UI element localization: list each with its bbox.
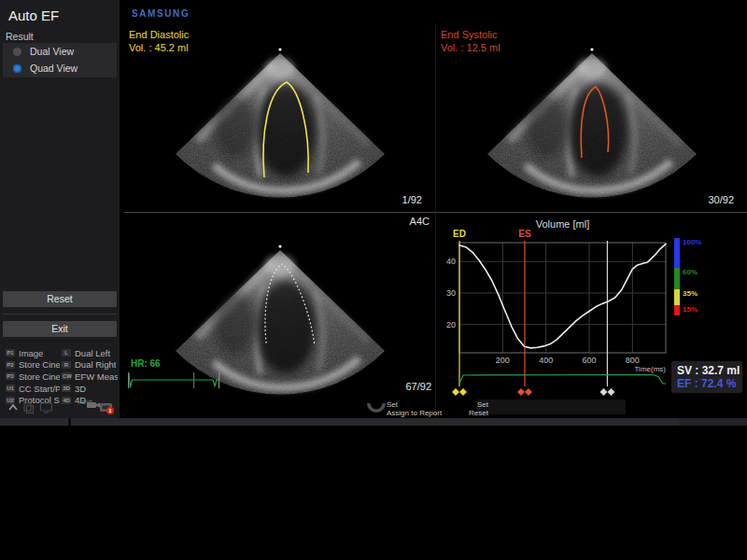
fkey-label: Store Cine: [19, 359, 60, 370]
fkey-badge: U1: [6, 385, 15, 392]
svg-text:600: 600: [582, 356, 596, 365]
hint-line: Reset: [469, 409, 488, 417]
svg-text:ED: ED: [453, 229, 466, 239]
copy-pages-icon[interactable]: [22, 401, 35, 414]
svg-text:100%: 100%: [683, 238, 701, 246]
sidebar-toolbar: ADVR 1: [6, 401, 114, 416]
fkey-label: EFW Measure: [75, 371, 118, 382]
hint-line: Set: [387, 400, 442, 409]
fkey-p2[interactable]: P2Store Cine: [6, 359, 60, 371]
exit-button[interactable]: Exit: [3, 321, 117, 337]
results-box: SV : 32.7 ml EF : 72.4 %: [671, 361, 742, 393]
bottom-scrollbar[interactable]: [0, 418, 747, 426]
fkey-label: CC Start/Pause: [19, 384, 60, 394]
radio-dual-view[interactable]: Dual View: [3, 43, 117, 60]
monitor-icon[interactable]: [39, 401, 53, 414]
auto-ef-screen: Auto EF Result Dual View Quad View Reset…: [0, 0, 747, 560]
radio-icon-dual-view[interactable]: [13, 48, 21, 56]
view-label-a4c: A4C: [410, 216, 430, 227]
svg-text:20: 20: [446, 320, 456, 329]
page-title: Auto EF: [8, 7, 59, 23]
end-systolic-volume: Vol. : 12.5 ml: [441, 41, 500, 54]
set-assign-hint: Set Assign to Report: [387, 400, 442, 417]
reset-button[interactable]: Reset: [3, 291, 117, 307]
samsung-logo: SAMSUNG: [132, 8, 190, 19]
end-systolic-label: End Systolic Vol. : 12.5 ml: [441, 28, 500, 54]
svg-text:Time(ms): Time(ms): [635, 365, 667, 373]
function-key-map: P1Image P2Store Cine P3Store Cine U1CC S…: [6, 347, 118, 406]
sidebar: Auto EF Result Dual View Quad View Reset…: [0, 0, 120, 418]
fkey-r[interactable]: RDual Right: [62, 359, 118, 371]
end-diastolic-volume: Vol. : 45.2 ml: [129, 41, 189, 54]
fkey-label: Image: [19, 348, 43, 358]
fkey-u1[interactable]: U1CC Start/Pause: [6, 383, 60, 395]
radio-label-dual-view: Dual View: [30, 46, 74, 57]
scrollbar-tail: [679, 418, 747, 426]
trackball-hints: Set Reset Set Assign to Report: [124, 397, 747, 418]
svg-text:30: 30: [446, 288, 456, 298]
fkey-badge: P3: [6, 372, 15, 380]
svg-text:400: 400: [539, 356, 553, 365]
svg-text:15%: 15%: [683, 305, 698, 314]
fkey-l[interactable]: LDual Left: [62, 347, 118, 359]
record-count-badge: 1: [106, 407, 114, 414]
scrollbar-notch: [68, 418, 71, 426]
hint-line: Set: [469, 400, 488, 409]
trackball-icon: [366, 401, 387, 413]
svg-text:800: 800: [626, 356, 640, 365]
main-display: SAMSUNG End Diastolic Vol. : 45.2 ml 1/9…: [124, 0, 747, 418]
fkey-badge: R: [62, 361, 71, 369]
fkey-label: Store Cine: [19, 371, 60, 382]
fkey-badge: P2: [6, 361, 15, 369]
end-diastolic-pane: End Diastolic Vol. : 45.2 ml 1/92: [124, 25, 435, 212]
frame-counter-ed: 1/92: [402, 194, 422, 205]
advr-button[interactable]: ADVR: [77, 401, 95, 405]
radio-label-quad-view: Quad View: [30, 63, 78, 74]
fkey-label: Dual Left: [75, 348, 110, 358]
frame-counter-es: 30/92: [708, 194, 734, 205]
end-diastolic-label: End Diastolic Vol. : 45.2 ml: [129, 28, 189, 54]
frame-counter-a4c: 67/92: [405, 381, 431, 392]
svg-text:60%: 60%: [683, 268, 698, 276]
hint-line: Assign to Report: [387, 409, 442, 417]
end-diastolic-title: End Diastolic: [129, 28, 189, 41]
fkey-p3[interactable]: P3Store Cine: [6, 371, 60, 383]
result-section-label: Result: [6, 31, 34, 42]
result-options-panel: Dual View Quad View: [3, 43, 117, 77]
radio-quad-view[interactable]: Quad View: [3, 60, 117, 77]
fkey-badge: L: [62, 349, 71, 357]
divider: [3, 314, 117, 315]
collapse-chevron-icon[interactable]: [7, 401, 19, 414]
end-systolic-title: End Systolic: [441, 28, 500, 41]
svg-text:Volume [ml]: Volume [ml]: [536, 218, 589, 230]
stroke-volume-value: SV : 32.7 ml: [677, 364, 737, 377]
fkey-3d[interactable]: 3D3D: [62, 383, 118, 395]
ecg-trace: [126, 368, 229, 394]
set-reset-hint: Set Reset: [469, 400, 488, 417]
a4c-cine-pane: A4C HR: 66 67/92: [124, 215, 435, 418]
fkey-label: Dual Right: [75, 359, 116, 370]
end-systolic-pane: End Systolic Vol. : 12.5 ml 30/92: [436, 25, 747, 212]
fkey-cw[interactable]: CWEFW Measure: [62, 371, 118, 383]
fkey-badge: P1: [6, 349, 15, 357]
fkey-badge: 3D: [62, 385, 71, 392]
radio-icon-quad-view[interactable]: [13, 64, 21, 73]
fkey-badge: CW: [62, 372, 71, 380]
svg-text:ES: ES: [518, 229, 531, 239]
svg-text:35%: 35%: [683, 289, 698, 298]
fkey-label: 3D: [75, 384, 86, 394]
ejection-fraction-value: EF : 72.4 %: [677, 377, 737, 390]
fkey-p1[interactable]: P1Image: [6, 347, 60, 359]
svg-text:200: 200: [496, 356, 510, 365]
volume-graph-pane: Volume [ml]200400600800203040Time(ms)EDE…: [436, 215, 747, 418]
svg-text:40: 40: [446, 257, 456, 266]
